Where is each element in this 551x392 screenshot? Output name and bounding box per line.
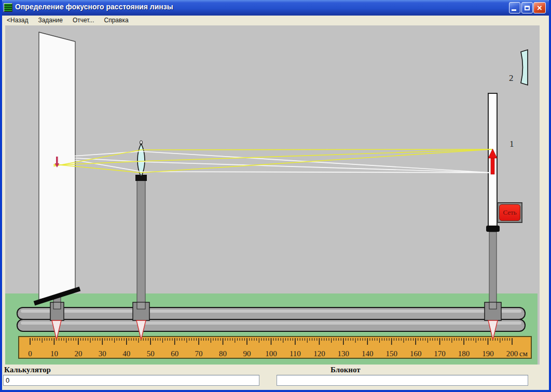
notepad-label: Блокнот	[330, 366, 361, 374]
object-cap	[486, 226, 500, 232]
lens-pointer	[136, 320, 146, 340]
minimize-icon	[512, 9, 516, 11]
object-label: 1	[509, 139, 514, 149]
calculator-label: Калькулятор	[4, 366, 51, 374]
power-button[interactable]: Сеть	[497, 202, 522, 223]
title-bar[interactable]: Определение фокусного расстояния линзы ✕	[0, 0, 551, 16]
menu-item-report[interactable]: Отчет...	[68, 16, 100, 24]
notepad-input[interactable]	[277, 375, 528, 386]
menu-bar: <Назад Задание Отчет... Справка	[2, 16, 549, 24]
window-title: Определение фокусного расстояния линзы	[15, 3, 173, 11]
optical-bench-drawing	[5, 25, 540, 365]
close-button[interactable]: ✕	[533, 2, 546, 13]
lens-carriage[interactable]	[133, 175, 149, 340]
screen-assembly[interactable]	[34, 32, 80, 303]
light-rays	[54, 149, 492, 173]
object-pointer	[488, 320, 498, 340]
menu-item-help[interactable]: Справка	[100, 16, 134, 24]
maximize-button[interactable]	[521, 2, 533, 13]
app-icon	[4, 3, 12, 12]
menu-item-back[interactable]: <Назад	[2, 16, 33, 24]
object-carriage[interactable]	[485, 232, 501, 340]
screen-pointer	[52, 320, 61, 340]
close-icon: ✕	[537, 4, 543, 12]
maximize-icon	[525, 6, 530, 10]
menu-item-task[interactable]: Задание	[33, 16, 68, 24]
lens-post	[137, 180, 145, 305]
power-button-label: Сеть	[499, 204, 520, 221]
minimize-button[interactable]	[509, 2, 520, 13]
spare-lens[interactable]	[521, 50, 528, 85]
app-window: Определение фокусного расстояния линзы ✕…	[0, 0, 551, 392]
spare-lens-label: 2	[509, 73, 514, 83]
scene: 0102030405060708090100110120130140150160…	[5, 25, 540, 365]
calculator-input[interactable]	[3, 375, 259, 386]
bottom-panel: Калькулятор Блокнот	[2, 365, 549, 390]
screen-carriage[interactable]	[50, 297, 64, 340]
